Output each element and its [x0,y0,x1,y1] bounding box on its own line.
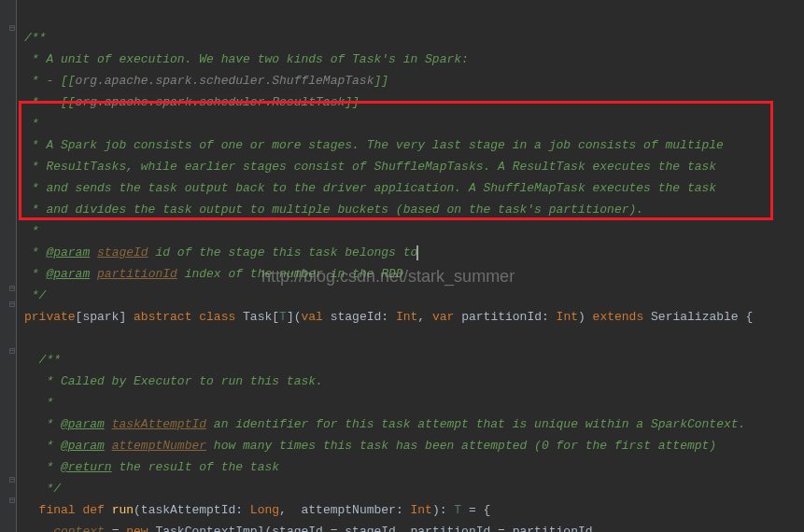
fold-icon[interactable]: ⊟ [9,299,15,310]
doc-comment: /** [24,31,46,45]
fold-icon[interactable]: ⊟ [9,474,15,485]
code-area[interactable]: /** * A unit of execution. We have two k… [24,6,753,532]
doc-line: * [24,224,39,238]
method-declaration: final def run(taskAttemptId: Long, attem… [24,503,490,517]
doc-line: * @param partitionId index of the number… [24,267,403,281]
doc-line: * [24,117,39,131]
doc-end: */ [24,288,46,302]
doc-line: * [24,396,53,410]
doc-line: * @param attemptNumber how many times th… [24,439,716,453]
fold-icon[interactable]: ⊟ [9,22,15,34]
doc-line: * A unit of execution. We have two kinds… [24,52,469,66]
doc-comment: /** [24,353,61,367]
fold-icon[interactable]: ⊟ [9,495,15,506]
class-declaration: private[spark] abstract class Task[T](va… [24,310,753,324]
doc-line: * and sends the task output back to the … [24,181,716,195]
doc-line: * @param stageId id of the stage this ta… [24,245,418,259]
doc-line: * ResultTasks, while earlier stages cons… [24,160,716,174]
doc-line: * - [[org.apache.spark.scheduler.Shuffle… [24,74,388,88]
doc-line: * A Spark job consists of one or more st… [24,138,724,152]
fold-icon[interactable]: ⊟ [9,345,15,357]
doc-end: */ [24,482,61,496]
fold-icon[interactable]: ⊟ [9,283,15,294]
doc-line: * @return the result of the task [24,460,279,474]
code-line: context = new TaskContextImpl(stageId = … [24,525,599,532]
doc-line: * - [[org.apache.spark.scheduler.ResultT… [24,95,360,109]
doc-line: * Called by Executor to run this task. [24,374,323,388]
doc-line: * @param taskAttemptId an identifier for… [24,417,745,431]
text-cursor [416,245,418,260]
doc-line: * and divides the task output to multipl… [24,203,643,217]
editor-gutter: ⊟ ⊟ ⊟ ⊟ ⊟ ⊟ [0,0,17,532]
